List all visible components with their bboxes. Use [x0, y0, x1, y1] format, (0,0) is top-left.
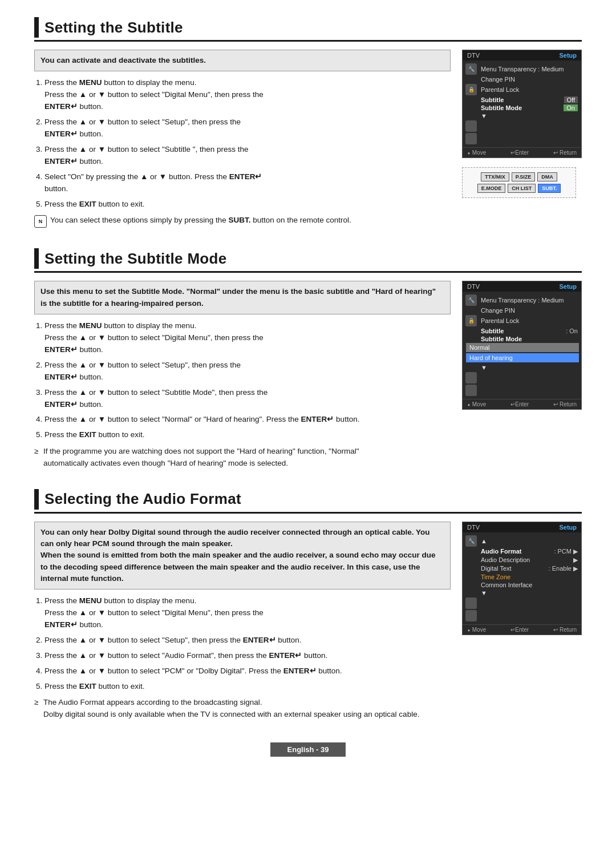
dtv-row: 🔧 ▲ — [463, 535, 581, 547]
dtv-footer-audio-format: ⬧ Move ↵Enter ↩ Return — [463, 624, 581, 635]
dtv-header-subtitle: DTV Setup — [463, 50, 581, 60]
remote-btn-ttxmix: TTX/MIX — [481, 172, 509, 181]
subtitle-step-2: Press the ▲ or ▼ button to select "Setup… — [44, 116, 451, 140]
subtitle-mode-text: Use this menu to set the Subtitle Mode. … — [34, 281, 451, 471]
dtv-row — [463, 371, 581, 384]
section-bar — [34, 248, 39, 269]
remote-btn-psize: P.SIZE — [512, 172, 535, 181]
subtitle-mode-step-3: Press the ▲ or ▼ button to select "Subti… — [44, 387, 451, 411]
dtv-row: Subtitle Mode — [463, 335, 581, 343]
section-title-subtitle: Setting the Subtitle — [44, 19, 183, 37]
section-subtitle-mode: Setting the Subtitle Mode Use this menu … — [34, 248, 582, 471]
remote-btn-dma: DMA — [537, 172, 557, 181]
dtv-row — [463, 120, 581, 132]
note-icon: N — [34, 215, 47, 228]
dtv-footer-subtitle-mode: ⬧ Move ↵Enter ↩ Return — [463, 399, 581, 409]
dtv-panel-audio-format: DTV Setup 🔧 ▲ Audio Format : PCM ▶ — [462, 522, 582, 635]
audio-format-step-3: Press the ▲ or ▼ button to select "Audio… — [44, 650, 451, 662]
dtv-icon — [465, 120, 477, 132]
dtv-row — [463, 384, 581, 397]
remote-bottom-row: E.MODE CH LIST SUBT. — [467, 184, 571, 193]
subtitle-steps: Press the MENU button to display the men… — [34, 77, 451, 210]
dtv-icon — [465, 133, 477, 144]
dtv-panel-subtitle-mode: DTV Setup 🔧 Menu Transparency : Medium C… — [462, 281, 582, 410]
remote-panel: TTX/MIX P.SIZE DMA E.MODE CH LIST SUBT. — [462, 167, 576, 198]
dtv-row: 🔒 Parental Lock — [463, 314, 581, 327]
dtv-row: Time Zone — [463, 573, 581, 581]
subtitle-mode-content: Use this menu to set the Subtitle Mode. … — [34, 281, 582, 471]
dtv-row — [463, 132, 581, 145]
section-header-subtitle-mode: Setting the Subtitle Mode — [34, 248, 582, 273]
subtitle-mode-step-1: Press the MENU button to display the men… — [44, 320, 451, 356]
subtitle-mode-intro: Use this menu to set the Subtitle Mode. … — [34, 281, 451, 314]
dtv-body-subtitle-mode: 🔧 Menu Transparency : Medium Change PIN … — [463, 292, 581, 399]
dtv-option-hardofhearing: Hard of hearing — [466, 353, 579, 362]
dtv-panel-subtitle: DTV Setup 🔧 Menu Transparency : Medium C… — [462, 50, 582, 158]
section-header-audio-format: Selecting the Audio Format — [34, 489, 582, 514]
dtv-header-subtitle-mode: DTV Setup — [463, 281, 581, 292]
dtv-icon — [465, 610, 477, 621]
dtv-icon — [465, 372, 477, 383]
dtv-row — [463, 609, 581, 622]
subtitle-text: You can activate and deactivate the subt… — [34, 50, 451, 231]
dtv-row: Subtitle Mode On — [463, 104, 581, 112]
dtv-header-audio-format: DTV Setup — [463, 522, 581, 532]
subtitle-step-4: Select "On" by pressing the ▲ or ▼ butto… — [44, 171, 451, 195]
page-footer: English - 39 — [34, 740, 582, 759]
section-bar — [34, 17, 39, 38]
remote-btn-emode: E.MODE — [477, 184, 506, 193]
section-header-subtitle: Setting the Subtitle — [34, 17, 582, 42]
audio-format-panel: DTV Setup 🔧 ▲ Audio Format : PCM ▶ — [462, 522, 582, 723]
dtv-row: ▼ — [463, 364, 581, 371]
section-bar — [34, 489, 39, 510]
dtv-row: ▼ — [463, 112, 581, 120]
dtv-row: Digital Text : Enable ▶ — [463, 564, 581, 573]
section-title-audio-format: Selecting the Audio Format — [44, 490, 241, 508]
audio-format-steps: Press the MENU button to display the men… — [34, 595, 451, 692]
subtitle-content: You can activate and deactivate the subt… — [34, 50, 582, 231]
dtv-row: Audio Description ▶ — [463, 556, 581, 564]
subtitle-note: N You can select these options simply by… — [34, 215, 451, 228]
subtitle-step-5: Press the EXIT button to exit. — [44, 199, 451, 211]
dtv-row: Subtitle : On — [463, 327, 581, 335]
dtv-row: Change PIN — [463, 75, 581, 83]
section-title-subtitle-mode: Setting the Subtitle Mode — [44, 250, 227, 268]
section-subtitle: Setting the Subtitle You can activate an… — [34, 17, 582, 231]
section-audio-format: Selecting the Audio Format You can only … — [34, 489, 582, 723]
subtitle-panel: DTV Setup 🔧 Menu Transparency : Medium C… — [462, 50, 582, 231]
dtv-row: Audio Format : PCM ▶ — [463, 547, 581, 556]
footer-text: English - 39 — [270, 742, 346, 757]
subtitle-mode-step-2: Press the ▲ or ▼ button to select "Setup… — [44, 360, 451, 383]
audio-format-content: You can only hear Dolby Digital sound th… — [34, 522, 582, 723]
audio-format-notes: The Audio Format appears according to th… — [34, 697, 451, 720]
dtv-footer-subtitle: ⬧ Move ↵Enter ↩ Return — [463, 147, 581, 158]
audio-format-step-4: Press the ▲ or ▼ button to select "PCM" … — [44, 665, 451, 677]
subtitle-mode-step-4: Press the ▲ or ▼ button to select "Norma… — [44, 414, 451, 426]
dtv-row: Subtitle Off — [463, 96, 581, 104]
dtv-body-audio-format: 🔧 ▲ Audio Format : PCM ▶ Audio Descr — [463, 532, 581, 624]
audio-format-step-5: Press the EXIT button to exit. — [44, 681, 451, 693]
remote-btn-subt: SUBT. — [538, 184, 561, 193]
dtv-dropdown: Normal Hard of hearing — [466, 343, 579, 362]
subtitle-step-3: Press the ▲ or ▼ button to select "Subti… — [44, 144, 451, 168]
dtv-icon: 🔒 — [465, 84, 477, 95]
subtitle-intro: You can activate and deactivate the subt… — [34, 50, 451, 71]
dtv-row: Common Interface — [463, 581, 581, 589]
subtitle-mode-notes: If the programme you are watching does n… — [34, 446, 451, 469]
dtv-row: Change PIN — [463, 306, 581, 314]
dtv-icon — [465, 385, 477, 396]
dtv-row: 🔧 Menu Transparency : Medium — [463, 294, 581, 306]
subtitle-mode-step-5: Press the EXIT button to exit. — [44, 429, 451, 441]
audio-format-intro: You can only hear Dolby Digital sound th… — [34, 522, 451, 589]
dtv-row: ▼ — [463, 589, 581, 597]
dtv-body-subtitle: 🔧 Menu Transparency : Medium Change PIN … — [463, 60, 581, 147]
dtv-icon — [465, 597, 477, 609]
audio-format-step-2: Press the ▲ or ▼ button to select "Setup… — [44, 635, 451, 647]
subtitle-mode-steps: Press the MENU button to display the men… — [34, 320, 451, 441]
audio-format-step-1: Press the MENU button to display the men… — [44, 595, 451, 631]
remote-top-row: TTX/MIX P.SIZE DMA — [467, 172, 571, 181]
dtv-row — [463, 597, 581, 609]
subtitle-mode-note: If the programme you are watching does n… — [34, 446, 451, 469]
dtv-icon: 🔧 — [465, 63, 477, 75]
subtitle-mode-panel: DTV Setup 🔧 Menu Transparency : Medium C… — [462, 281, 582, 471]
